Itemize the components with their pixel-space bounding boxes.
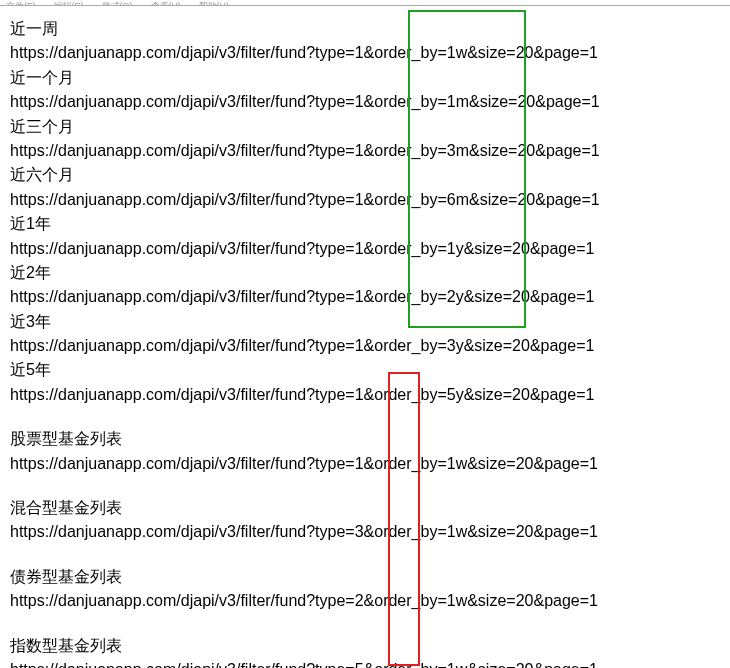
type-url: https://danjuanapp.com/djapi/v3/filter/f… xyxy=(10,521,720,543)
text-content: 近一周 https://danjuanapp.com/djapi/v3/filt… xyxy=(10,10,720,668)
period-url: https://danjuanapp.com/djapi/v3/filter/f… xyxy=(10,189,720,211)
period-label: 近1年 xyxy=(10,213,720,235)
period-label: 近5年 xyxy=(10,359,720,381)
type-label: 股票型基金列表 xyxy=(10,428,720,450)
type-label: 债券型基金列表 xyxy=(10,566,720,588)
menu-item[interactable]: 查看(V) xyxy=(151,0,181,5)
period-label: 近3年 xyxy=(10,311,720,333)
period-url: https://danjuanapp.com/djapi/v3/filter/f… xyxy=(10,140,720,162)
period-label: 近三个月 xyxy=(10,116,720,138)
type-label: 混合型基金列表 xyxy=(10,497,720,519)
period-url: https://danjuanapp.com/djapi/v3/filter/f… xyxy=(10,286,720,308)
window-menubar: 文件(F) 编辑(E) 格式(O) 查看(V) 帮助(H) xyxy=(0,0,730,6)
period-url: https://danjuanapp.com/djapi/v3/filter/f… xyxy=(10,238,720,260)
type-label: 指数型基金列表 xyxy=(10,635,720,657)
period-label: 近2年 xyxy=(10,262,720,284)
period-label: 近一个月 xyxy=(10,67,720,89)
type-url: https://danjuanapp.com/djapi/v3/filter/f… xyxy=(10,590,720,612)
period-url: https://danjuanapp.com/djapi/v3/filter/f… xyxy=(10,384,720,406)
period-label: 近一周 xyxy=(10,18,720,40)
menu-item[interactable]: 编辑(E) xyxy=(54,0,84,5)
menu-item[interactable]: 帮助(H) xyxy=(199,0,230,5)
period-url: https://danjuanapp.com/djapi/v3/filter/f… xyxy=(10,335,720,357)
type-url: https://danjuanapp.com/djapi/v3/filter/f… xyxy=(10,453,720,475)
menu-item[interactable]: 文件(F) xyxy=(6,0,36,5)
period-url: https://danjuanapp.com/djapi/v3/filter/f… xyxy=(10,42,720,64)
period-label: 近六个月 xyxy=(10,164,720,186)
menu-item[interactable]: 格式(O) xyxy=(102,0,133,5)
type-url: https://danjuanapp.com/djapi/v3/filter/f… xyxy=(10,659,720,668)
period-url: https://danjuanapp.com/djapi/v3/filter/f… xyxy=(10,91,720,113)
